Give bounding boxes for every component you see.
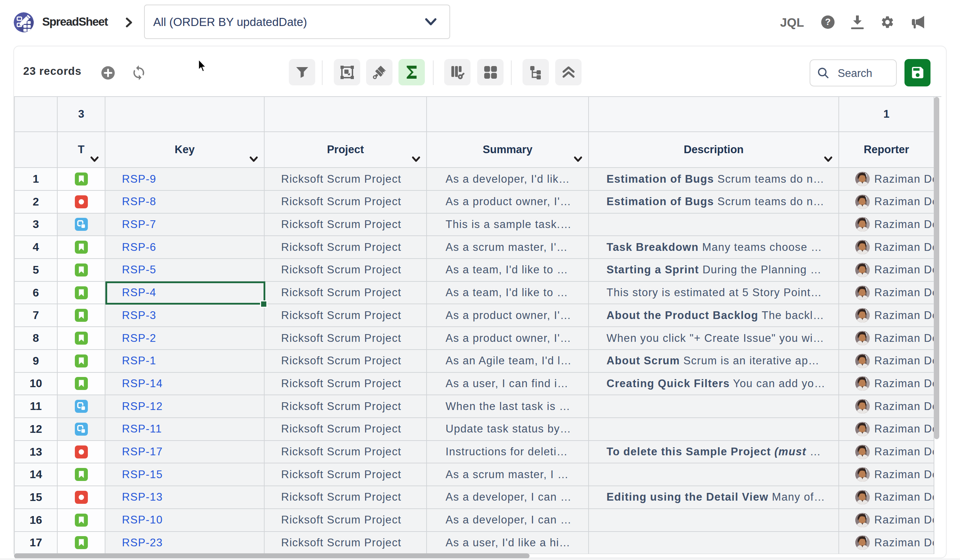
svg-text:?: ? xyxy=(825,16,831,27)
